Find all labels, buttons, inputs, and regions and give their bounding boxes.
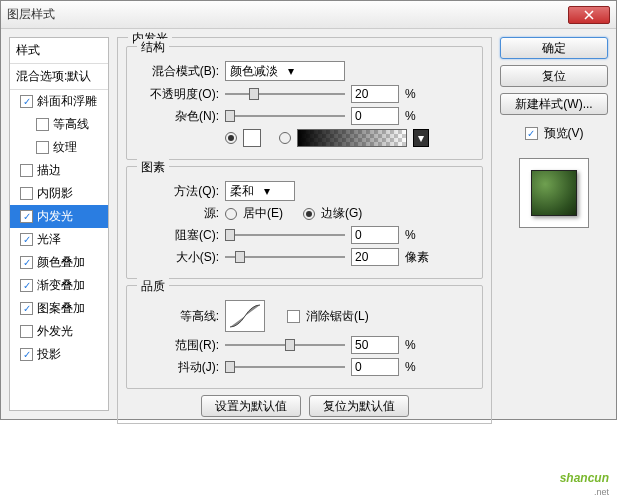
- noise-slider[interactable]: [225, 108, 345, 124]
- sidebar-item-label: 内发光: [37, 208, 73, 225]
- sidebar-item-4[interactable]: 内阴影: [10, 182, 108, 205]
- sidebar-item-10[interactable]: 外发光: [10, 320, 108, 343]
- size-slider[interactable]: [225, 249, 345, 265]
- sidebar-header-blend[interactable]: 混合选项:默认: [10, 64, 108, 90]
- right-panel: 确定 复位 新建样式(W)... 预览(V): [500, 37, 608, 411]
- sidebar-header-styles[interactable]: 样式: [10, 38, 108, 64]
- titlebar[interactable]: 图层样式: [1, 1, 616, 29]
- reset-default-button[interactable]: 复位为默认值: [309, 395, 409, 417]
- sidebar-item-label: 描边: [37, 162, 61, 179]
- preview-label: 预览(V): [544, 125, 584, 142]
- watermark: shancun .net: [560, 464, 609, 497]
- sidebar-checkbox[interactable]: [20, 348, 33, 361]
- structure-title: 结构: [137, 39, 169, 56]
- sidebar-item-label: 斜面和浮雕: [37, 93, 97, 110]
- sidebar-checkbox[interactable]: [20, 233, 33, 246]
- sidebar-checkbox[interactable]: [20, 279, 33, 292]
- chevron-down-icon: ▾: [260, 184, 274, 198]
- technique-label: 方法(Q):: [139, 183, 219, 200]
- size-label: 大小(S):: [139, 249, 219, 266]
- source-edge-radio[interactable]: [303, 208, 315, 220]
- sidebar-item-label: 颜色叠加: [37, 254, 85, 271]
- elements-title: 图素: [137, 159, 169, 176]
- opacity-unit: %: [405, 87, 435, 101]
- styles-sidebar: 样式 混合选项:默认 斜面和浮雕等高线纹理描边内阴影内发光光泽颜色叠加渐变叠加图…: [9, 37, 109, 411]
- sidebar-checkbox[interactable]: [20, 302, 33, 315]
- source-label: 源:: [139, 205, 219, 222]
- contour-icon: [228, 303, 262, 329]
- blend-mode-select[interactable]: 颜色减淡 ▾: [225, 61, 345, 81]
- blend-mode-label: 混合模式(B):: [139, 63, 219, 80]
- jitter-slider[interactable]: [225, 359, 345, 375]
- source-edge-label: 边缘(G): [321, 205, 362, 222]
- sidebar-item-label: 渐变叠加: [37, 277, 85, 294]
- sidebar-item-2[interactable]: 纹理: [10, 136, 108, 159]
- source-center-radio[interactable]: [225, 208, 237, 220]
- noise-input[interactable]: [351, 107, 399, 125]
- size-input[interactable]: [351, 248, 399, 266]
- size-unit: 像素: [405, 249, 435, 266]
- preview-thumbnail: [531, 170, 577, 216]
- gradient-picker[interactable]: [297, 129, 407, 147]
- sidebar-checkbox[interactable]: [20, 210, 33, 223]
- contour-picker[interactable]: [225, 300, 265, 332]
- sidebar-item-11[interactable]: 投影: [10, 343, 108, 366]
- choke-unit: %: [405, 228, 435, 242]
- sidebar-item-label: 等高线: [53, 116, 89, 133]
- sidebar-item-label: 投影: [37, 346, 61, 363]
- sidebar-item-0[interactable]: 斜面和浮雕: [10, 90, 108, 113]
- sidebar-checkbox[interactable]: [36, 118, 49, 131]
- opacity-slider[interactable]: [225, 86, 345, 102]
- technique-select[interactable]: 柔和 ▾: [225, 181, 295, 201]
- jitter-unit: %: [405, 360, 435, 374]
- close-button[interactable]: [568, 6, 610, 24]
- choke-label: 阻塞(C):: [139, 227, 219, 244]
- sidebar-item-1[interactable]: 等高线: [10, 113, 108, 136]
- sidebar-item-5[interactable]: 内发光: [10, 205, 108, 228]
- sidebar-item-label: 外发光: [37, 323, 73, 340]
- gradient-radio[interactable]: [279, 132, 291, 144]
- jitter-label: 抖动(J):: [139, 359, 219, 376]
- sidebar-checkbox[interactable]: [20, 187, 33, 200]
- sidebar-checkbox[interactable]: [20, 325, 33, 338]
- contour-label: 等高线:: [139, 308, 219, 325]
- sidebar-checkbox[interactable]: [20, 256, 33, 269]
- chevron-down-icon: ▾: [284, 64, 298, 78]
- sidebar-checkbox[interactable]: [20, 95, 33, 108]
- quality-title: 品质: [137, 278, 169, 295]
- sidebar-item-9[interactable]: 图案叠加: [10, 297, 108, 320]
- window-title: 图层样式: [7, 6, 568, 23]
- set-default-button[interactable]: 设置为默认值: [201, 395, 301, 417]
- sidebar-checkbox[interactable]: [20, 164, 33, 177]
- elements-group: 图素 方法(Q): 柔和 ▾ 源: 居中(E): [126, 166, 483, 279]
- sidebar-item-label: 光泽: [37, 231, 61, 248]
- jitter-input[interactable]: [351, 358, 399, 376]
- noise-label: 杂色(N):: [139, 108, 219, 125]
- antialias-checkbox[interactable]: [287, 310, 300, 323]
- range-input[interactable]: [351, 336, 399, 354]
- ok-button[interactable]: 确定: [500, 37, 608, 59]
- gradient-dropdown-icon[interactable]: ▾: [413, 129, 429, 147]
- color-radio[interactable]: [225, 132, 237, 144]
- sidebar-item-8[interactable]: 渐变叠加: [10, 274, 108, 297]
- new-style-button[interactable]: 新建样式(W)...: [500, 93, 608, 115]
- range-unit: %: [405, 338, 435, 352]
- color-swatch[interactable]: [243, 129, 261, 147]
- range-label: 范围(R):: [139, 337, 219, 354]
- sidebar-checkbox[interactable]: [36, 141, 49, 154]
- cancel-button[interactable]: 复位: [500, 65, 608, 87]
- sidebar-item-label: 内阴影: [37, 185, 73, 202]
- structure-group: 结构 混合模式(B): 颜色减淡 ▾ 不透明度(O):: [126, 46, 483, 160]
- preview-box: [519, 158, 589, 228]
- range-slider[interactable]: [225, 337, 345, 353]
- sidebar-item-7[interactable]: 颜色叠加: [10, 251, 108, 274]
- inner-glow-panel: 内发光 结构 混合模式(B): 颜色减淡 ▾ 不透明度(O):: [117, 37, 492, 424]
- choke-input[interactable]: [351, 226, 399, 244]
- choke-slider[interactable]: [225, 227, 345, 243]
- quality-group: 品质 等高线: 消除锯齿(L): [126, 285, 483, 389]
- preview-checkbox[interactable]: [525, 127, 538, 140]
- sidebar-item-6[interactable]: 光泽: [10, 228, 108, 251]
- sidebar-item-3[interactable]: 描边: [10, 159, 108, 182]
- close-icon: [584, 10, 594, 20]
- opacity-input[interactable]: [351, 85, 399, 103]
